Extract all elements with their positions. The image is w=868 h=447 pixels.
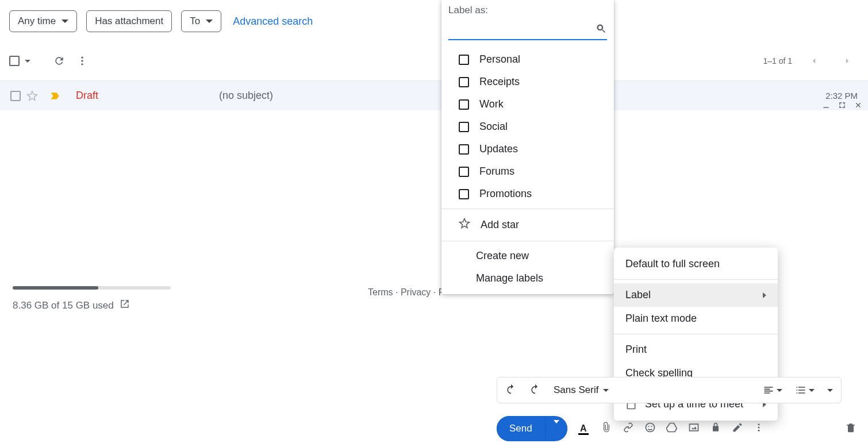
svg-point-5	[651, 426, 652, 427]
filter-to[interactable]: To	[181, 10, 221, 32]
row-subject: (no subject)	[219, 90, 273, 102]
expand-icon	[838, 101, 846, 109]
compose-more-button[interactable]	[754, 422, 764, 435]
filter-bar: Any time Has attachment To Advanced sear…	[0, 0, 868, 32]
label-add-star[interactable]: Add star	[441, 213, 614, 237]
option-label[interactable]: Label	[614, 283, 778, 307]
refresh-button[interactable]	[48, 49, 71, 72]
send-more-button[interactable]	[545, 417, 567, 441]
drive-button[interactable]	[666, 422, 678, 436]
svg-rect-10	[823, 107, 828, 108]
close-icon	[854, 101, 862, 109]
emoji-button[interactable]	[644, 422, 656, 436]
label-option-updates[interactable]: Updates	[441, 138, 614, 160]
send-button[interactable]: Send	[497, 416, 545, 441]
label-popup-title: Label as:	[441, 0, 614, 21]
label-option-work[interactable]: Work	[441, 93, 614, 115]
option-plain-text[interactable]: Plain text mode	[614, 307, 778, 330]
align-button[interactable]	[763, 384, 782, 396]
align-icon	[763, 384, 774, 396]
chevron-right-icon	[763, 292, 766, 298]
undo-icon	[505, 383, 517, 395]
svg-rect-6	[689, 424, 698, 431]
font-select[interactable]: Sans Serif	[554, 384, 609, 396]
advanced-search-link[interactable]: Advanced search	[231, 11, 315, 32]
close-button[interactable]	[854, 101, 862, 111]
compose-window-controls	[822, 101, 862, 111]
filter-to-label: To	[190, 16, 200, 27]
undo-button[interactable]	[505, 383, 517, 397]
list-button[interactable]	[795, 384, 815, 396]
label-option-text: Work	[479, 98, 504, 110]
mail-row[interactable]: Draft (no subject) 2:32 PM	[0, 80, 868, 110]
send-group: Send	[497, 416, 567, 441]
label-option-receipts[interactable]: Receipts	[441, 71, 614, 93]
chevron-down-icon	[62, 20, 68, 23]
discard-draft-button[interactable]	[845, 422, 857, 436]
checkbox-icon	[459, 55, 469, 65]
page-next[interactable]	[836, 49, 859, 72]
toolbar: 1–1 of 1	[0, 32, 868, 80]
more-format-button[interactable]	[827, 389, 833, 392]
label-option-promotions[interactable]: Promotions	[441, 183, 614, 205]
svg-point-1	[81, 60, 83, 61]
search-icon	[596, 23, 607, 37]
chevron-down-icon	[603, 389, 609, 392]
image-icon	[688, 422, 700, 433]
filter-has-attachment[interactable]: Has attachment	[86, 10, 172, 32]
more-button[interactable]	[71, 49, 94, 72]
option-print[interactable]: Print	[614, 338, 778, 361]
label-manage[interactable]: Manage labels	[441, 267, 614, 290]
filter-anytime-label: Any time	[18, 16, 56, 27]
legal-links: Terms · Privacy · P	[368, 287, 444, 298]
filter-anytime[interactable]: Any time	[9, 10, 77, 32]
compose-action-icons: A	[577, 422, 764, 436]
svg-point-2	[81, 63, 83, 65]
checkbox-icon	[459, 144, 469, 155]
star-outline-icon	[459, 218, 470, 232]
confidential-button[interactable]	[710, 422, 721, 436]
select-all[interactable]	[9, 56, 30, 66]
checkbox-icon	[459, 99, 469, 110]
page-prev[interactable]	[802, 49, 825, 72]
text-color-button[interactable]: A	[577, 422, 590, 436]
refresh-icon	[53, 55, 65, 67]
privacy-link[interactable]: Privacy	[401, 287, 431, 297]
insert-image-button[interactable]	[688, 422, 700, 436]
star-button[interactable]	[21, 84, 44, 107]
importance-icon	[49, 90, 61, 102]
more-vert-icon	[754, 422, 764, 433]
label-option-text: Receipts	[479, 76, 520, 88]
attach-button[interactable]	[601, 422, 612, 436]
checkbox-icon	[9, 56, 20, 66]
svg-point-8	[758, 427, 759, 429]
open-external[interactable]	[120, 299, 130, 312]
svg-point-7	[758, 423, 759, 425]
format-toolbar: Sans Serif	[497, 377, 842, 403]
label-option-text: Social	[479, 121, 508, 133]
label-option-personal[interactable]: Personal	[441, 48, 614, 71]
label-create-new[interactable]: Create new	[441, 245, 614, 267]
insert-link-button[interactable]	[623, 422, 634, 436]
chevron-down-icon	[25, 60, 30, 63]
open-in-new-icon	[120, 299, 130, 309]
svg-point-3	[646, 423, 654, 432]
checkbox-icon	[459, 167, 469, 177]
label-search[interactable]	[448, 21, 607, 40]
signature-button[interactable]	[732, 422, 743, 436]
terms-link[interactable]: Terms	[368, 287, 393, 297]
minimize-button[interactable]	[822, 101, 830, 111]
label-option-social[interactable]: Social	[441, 115, 614, 138]
label-search-input[interactable]	[448, 25, 596, 35]
label-option-forums[interactable]: Forums	[441, 160, 614, 183]
list-numbered-icon	[795, 384, 806, 396]
filter-attachment-label: Has attachment	[95, 16, 163, 27]
option-fullscreen[interactable]: Default to full screen	[614, 252, 778, 276]
checkbox-icon	[459, 122, 469, 132]
redo-button[interactable]	[529, 383, 541, 397]
fullscreen-button[interactable]	[838, 101, 846, 111]
importance-marker[interactable]	[44, 84, 67, 107]
row-checkbox[interactable]	[10, 91, 21, 101]
row-sender: Draft	[76, 90, 98, 102]
more-vert-icon	[76, 55, 88, 67]
